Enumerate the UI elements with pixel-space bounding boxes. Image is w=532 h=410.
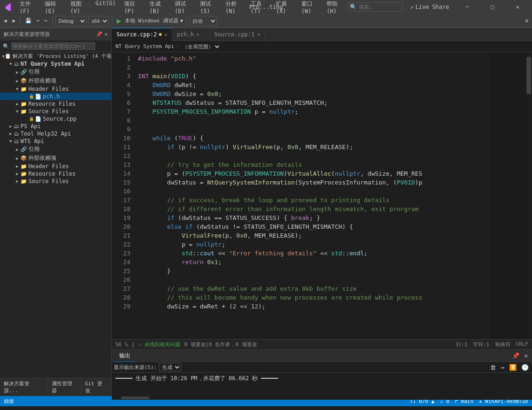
title-bar: 文件(F) 编辑(E) 视图(V) Git(G) 项目(P) 生成(B) 调试(…: [0, 0, 532, 14]
output-scroll-icon[interactable]: ⏬: [508, 363, 518, 371]
tab-source-cpp-2[interactable]: Source.cpp:2 ✕: [112, 28, 172, 41]
run-dropdown-icon[interactable]: ▼: [180, 18, 183, 23]
tree-wts-src[interactable]: ▶ 📁 Source Files: [0, 178, 111, 185]
tab-close-source-cpp-1[interactable]: ✕: [257, 32, 260, 37]
horizontal-scrollbar[interactable]: [112, 396, 532, 400]
live-share-button[interactable]: ↗ Live Share: [407, 3, 453, 11]
tree-sources-nt[interactable]: ▼ 📁 Source Files: [0, 108, 111, 115]
sidebar-search[interactable]: 🔍: [0, 41, 111, 52]
run-button[interactable]: ▶: [115, 16, 123, 25]
zoom-level: 56 %: [116, 342, 128, 348]
ready-label: 就绪: [4, 398, 14, 405]
code-content[interactable]: #include "pch.h" INT main(VOID) { DWORD …: [134, 52, 490, 339]
close-button[interactable]: ✕: [507, 0, 528, 14]
code-editor: 12345 678910 1112131415 1617181920 21222…: [112, 52, 532, 339]
tree-container: ▼ 📋 解决方案 'Process Listing' (4 个项 ▼ 🗂 NT …: [0, 52, 111, 378]
wts-arrow-icon: ▼: [7, 139, 14, 144]
tree-wts-ext[interactable]: ▶ 📦 外部依赖项: [0, 154, 111, 163]
toolbar-extra-icon[interactable]: ⚙: [523, 17, 530, 25]
h-scroll-thumb[interactable]: [121, 396, 149, 399]
sidebar-pin-icon[interactable]: 📌: [96, 31, 102, 37]
menu-test[interactable]: 测试(S): [196, 0, 220, 15]
tree-headers-nt[interactable]: ▼ 📁 Header Files: [0, 85, 111, 93]
tree-project-tool[interactable]: ▶ 🗂 Tool Help32 Api: [0, 130, 111, 137]
sidebar-collapse-icon[interactable]: ✕: [104, 31, 108, 37]
ps-project-label: PS Api: [20, 123, 41, 130]
tree-wts-ref[interactable]: ▶ 🔗 引用: [0, 145, 111, 154]
tree-project-ps[interactable]: ▶ 🗂 PS Api: [0, 123, 111, 130]
tree-pch-h[interactable]: 🔒 📄 pch.h: [0, 93, 111, 100]
bottom-tab-bar: 输出 📌 ✕: [112, 350, 532, 362]
menu-analyze[interactable]: 分析(N): [222, 0, 246, 15]
wts-src-icon: 📁: [20, 178, 27, 184]
sidebar-search-input[interactable]: [11, 42, 95, 50]
tree-solution[interactable]: ▼ 📋 解决方案 'Process Listing' (4 个项: [0, 52, 111, 60]
output-clock-icon[interactable]: 🕐: [520, 363, 530, 371]
menu-edit[interactable]: 编辑(E): [41, 0, 65, 15]
properties-tab[interactable]: 属性管理器: [48, 378, 82, 396]
menu-project[interactable]: 项目(P): [120, 0, 144, 15]
tab-pch-h[interactable]: pch.h ✕: [172, 28, 210, 41]
tree-resources-nt[interactable]: ▶ 📁 Resource Files: [0, 100, 111, 108]
output-source-select[interactable]: 生成: [159, 363, 181, 371]
menu-file[interactable]: 文件(F): [16, 0, 40, 15]
external-icon: 📦: [20, 78, 27, 84]
maximize-button[interactable]: □: [482, 0, 503, 14]
run-label[interactable]: 本地 Windows 调试器: [125, 17, 178, 24]
debug-config-select[interactable]: Debug Release: [55, 16, 87, 26]
search-input[interactable]: [359, 4, 401, 10]
bottom-pin-icon[interactable]: 📌: [511, 352, 521, 360]
tree-references-nt[interactable]: ▶ 🔗 引用: [0, 68, 111, 76]
menu-bar: 文件(F) 编辑(E) 视图(V) Git(G) 项目(P) 生成(B) 调试(…: [16, 0, 348, 15]
menu-git[interactable]: Git(G): [92, 0, 119, 15]
tree-source-cpp[interactable]: 🔒 📄 Source.cpp: [0, 115, 111, 123]
minimize-button[interactable]: ─: [457, 0, 478, 14]
live-share-icon: ↗: [410, 4, 414, 10]
tab-source-cpp-1[interactable]: Source.cpp:1 ✕: [210, 28, 266, 41]
platform-select[interactable]: x64 x86: [89, 16, 109, 26]
tab-close-source-cpp-2[interactable]: ✕: [164, 32, 167, 37]
redo-icon[interactable]: ↪: [42, 17, 49, 25]
nav-forward-button[interactable]: ▶: [11, 17, 18, 25]
global-search[interactable]: 🔍: [348, 2, 403, 12]
toolbar-separator-1: [20, 16, 20, 26]
solution-icon: 📋: [5, 53, 11, 59]
no-issues-indicator: ✓ 未找到相关问题: [138, 341, 180, 348]
menu-debug[interactable]: 调试(D): [171, 0, 195, 15]
tab-close-pch-h[interactable]: ✕: [197, 32, 199, 37]
bottom-close-icon[interactable]: ✕: [523, 352, 529, 360]
git-changes-tab[interactable]: Git 更改: [82, 378, 111, 396]
scroll-thumb[interactable]: [526, 57, 531, 94]
solution-explorer-tab[interactable]: 解决方案资源...: [0, 378, 48, 396]
auto-select[interactable]: 自动: [189, 16, 217, 26]
vertical-scrollbar[interactable]: [527, 52, 532, 339]
menu-build[interactable]: 生成(B): [146, 0, 170, 15]
vs-logo: [4, 2, 13, 12]
wts-hdr-arrow-icon: ▶: [14, 164, 20, 169]
menu-view[interactable]: 视图(V): [67, 0, 91, 15]
tree-wts-res[interactable]: ▶ 📁 Resource Files: [0, 170, 111, 178]
sidebar: 解决方案资源管理器 📌 ✕ 🔍 ▼ 📋 解决方案 'Process Listin…: [0, 28, 112, 396]
save-icon[interactable]: 💾: [23, 17, 34, 25]
tree-wts-headers[interactable]: ▶ 📁 Header Files: [0, 163, 111, 170]
status-indicator: |: [132, 342, 135, 348]
wts-ref-label: 引用: [28, 145, 40, 153]
nav-back-button[interactable]: ◀: [2, 17, 9, 25]
output-clear-icon[interactable]: 🗑: [489, 363, 498, 371]
output-wrap-icon[interactable]: ↔: [499, 363, 506, 371]
wts-ext-label: 外部依赖项: [28, 154, 56, 162]
sources-label: Source Files: [28, 108, 69, 115]
menu-window[interactable]: 窗口(W): [298, 0, 322, 15]
undo-icon[interactable]: ↩: [34, 17, 41, 25]
wts-res-label: Resource Files: [28, 171, 75, 177]
ps-arrow-icon: ▶: [7, 124, 14, 129]
sidebar-title: 解决方案资源管理器: [4, 31, 50, 38]
output-tab[interactable]: 输出: [115, 350, 135, 362]
tree-external-nt[interactable]: ▶ 📦 外部依赖项: [0, 76, 111, 85]
cpp-label: Source.cpp: [43, 116, 76, 122]
tree-project-wts[interactable]: ▼ 🗂 WTS Api: [0, 137, 111, 145]
breadcrumb-scope-select[interactable]: （全局范围）: [181, 43, 221, 50]
tree-project-nt[interactable]: ▼ 🗂 NT Query System Api: [0, 60, 111, 68]
menu-help[interactable]: 帮助(H): [323, 0, 347, 15]
line-numbers: 12345 678910 1112131415 1617181920 21222…: [112, 52, 134, 339]
